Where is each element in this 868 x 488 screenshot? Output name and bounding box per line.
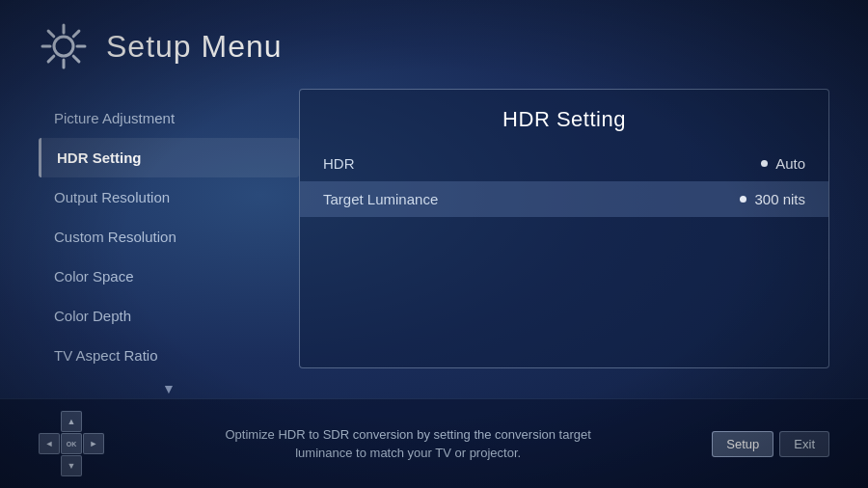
hdr-dot bbox=[761, 160, 768, 167]
dpad-empty-tl bbox=[39, 411, 60, 432]
target-luminance-dot bbox=[740, 196, 746, 203]
svg-point-0 bbox=[54, 37, 73, 56]
footer-help-line2: luminance to match your TV or projector. bbox=[123, 444, 692, 463]
target-luminance-label: Target Luminance bbox=[323, 191, 740, 207]
sidebar-item-color-space[interactable]: Color Space bbox=[39, 257, 299, 296]
setup-button[interactable]: Setup bbox=[712, 431, 773, 457]
dpad-empty-bl bbox=[39, 455, 60, 476]
target-luminance-row[interactable]: Target Luminance 300 nits bbox=[300, 181, 828, 217]
footer-help-line1: Optimize HDR to SDR conversion by settin… bbox=[123, 425, 692, 445]
dpad-up-button[interactable]: ▲ bbox=[61, 411, 82, 432]
panel-title: HDR Setting bbox=[300, 90, 828, 146]
hdr-label: HDR bbox=[323, 155, 761, 172]
target-luminance-value: 300 nits bbox=[740, 191, 805, 207]
svg-line-6 bbox=[73, 56, 79, 62]
dpad: ▲ ◄ OK ► ▼ bbox=[39, 411, 104, 476]
hdr-value: Auto bbox=[761, 155, 805, 172]
dpad-right-button[interactable]: ► bbox=[83, 433, 104, 454]
header: Setup Menu bbox=[0, 0, 868, 89]
target-luminance-value-text: 300 nits bbox=[754, 191, 805, 207]
page-title: Setup Menu bbox=[106, 29, 283, 65]
dpad-ok-button[interactable]: OK bbox=[61, 433, 82, 454]
sidebar-item-hdr-setting[interactable]: HDR Setting bbox=[39, 138, 299, 177]
dpad-down-button[interactable]: ▼ bbox=[61, 455, 82, 476]
footer-buttons: Setup Exit bbox=[712, 431, 829, 457]
sidebar-item-custom-resolution[interactable]: Custom Resolution bbox=[39, 217, 299, 257]
hdr-value-text: Auto bbox=[775, 155, 805, 172]
sidebar-item-color-depth[interactable]: Color Depth bbox=[39, 296, 299, 336]
main-content: Picture Adjustment HDR Setting Output Re… bbox=[0, 89, 868, 402]
svg-line-5 bbox=[48, 31, 54, 37]
hdr-row[interactable]: HDR Auto bbox=[300, 146, 828, 181]
svg-line-8 bbox=[48, 56, 54, 62]
settings-panel: HDR Setting HDR Auto Target Luminance 30… bbox=[299, 89, 829, 368]
sidebar-item-picture-adjustment[interactable]: Picture Adjustment bbox=[39, 98, 299, 138]
sidebar-item-output-resolution[interactable]: Output Resolution bbox=[39, 177, 299, 217]
exit-button[interactable]: Exit bbox=[779, 431, 829, 457]
gear-icon bbox=[39, 21, 89, 71]
dpad-empty-tr bbox=[83, 411, 104, 432]
sidebar: Picture Adjustment HDR Setting Output Re… bbox=[39, 89, 299, 402]
dpad-empty-br bbox=[83, 455, 104, 476]
dpad-left-button[interactable]: ◄ bbox=[39, 433, 60, 454]
footer-help-text: Optimize HDR to SDR conversion by settin… bbox=[123, 425, 692, 463]
footer: ▲ ◄ OK ► ▼ Optimize HDR to SDR conversio… bbox=[0, 398, 868, 488]
sidebar-item-tv-aspect-ratio[interactable]: TV Aspect Ratio bbox=[39, 336, 299, 375]
svg-line-7 bbox=[73, 31, 79, 37]
